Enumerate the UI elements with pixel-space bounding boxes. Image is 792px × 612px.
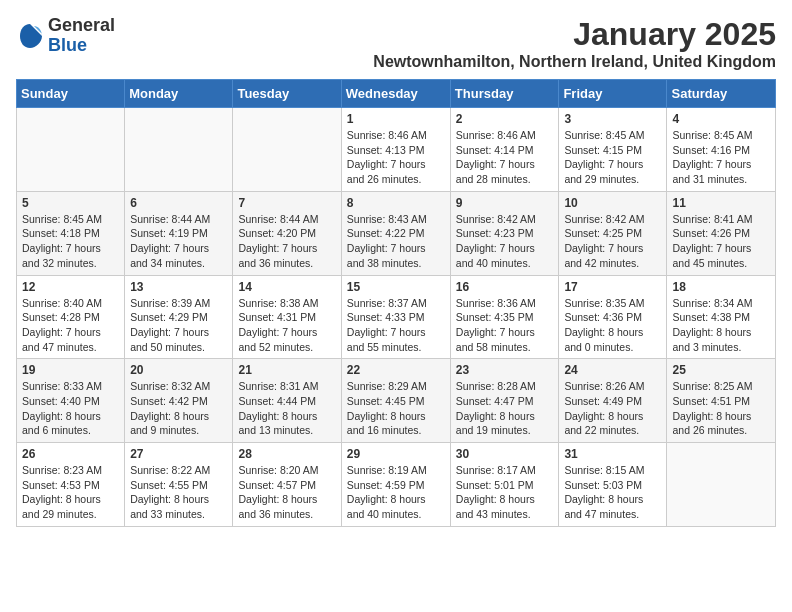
day-number: 13 <box>130 280 227 294</box>
calendar-cell <box>125 108 233 192</box>
day-number: 25 <box>672 363 770 377</box>
calendar-cell: 9Sunrise: 8:42 AM Sunset: 4:23 PM Daylig… <box>450 191 559 275</box>
calendar-header-sunday: Sunday <box>17 80 125 108</box>
day-number: 8 <box>347 196 445 210</box>
day-number: 2 <box>456 112 554 126</box>
day-info: Sunrise: 8:43 AM Sunset: 4:22 PM Dayligh… <box>347 212 445 271</box>
day-info: Sunrise: 8:40 AM Sunset: 4:28 PM Dayligh… <box>22 296 119 355</box>
calendar-week-row: 19Sunrise: 8:33 AM Sunset: 4:40 PM Dayli… <box>17 359 776 443</box>
day-info: Sunrise: 8:22 AM Sunset: 4:55 PM Dayligh… <box>130 463 227 522</box>
day-info: Sunrise: 8:46 AM Sunset: 4:14 PM Dayligh… <box>456 128 554 187</box>
day-info: Sunrise: 8:45 AM Sunset: 4:18 PM Dayligh… <box>22 212 119 271</box>
day-number: 31 <box>564 447 661 461</box>
day-number: 29 <box>347 447 445 461</box>
calendar-cell: 5Sunrise: 8:45 AM Sunset: 4:18 PM Daylig… <box>17 191 125 275</box>
page-header: General Blue January 2025 Newtownhamilto… <box>16 16 776 71</box>
day-number: 21 <box>238 363 335 377</box>
day-info: Sunrise: 8:25 AM Sunset: 4:51 PM Dayligh… <box>672 379 770 438</box>
calendar-cell: 8Sunrise: 8:43 AM Sunset: 4:22 PM Daylig… <box>341 191 450 275</box>
day-number: 15 <box>347 280 445 294</box>
calendar-week-row: 12Sunrise: 8:40 AM Sunset: 4:28 PM Dayli… <box>17 275 776 359</box>
calendar-cell: 17Sunrise: 8:35 AM Sunset: 4:36 PM Dayli… <box>559 275 667 359</box>
day-info: Sunrise: 8:44 AM Sunset: 4:20 PM Dayligh… <box>238 212 335 271</box>
day-number: 3 <box>564 112 661 126</box>
day-info: Sunrise: 8:45 AM Sunset: 4:15 PM Dayligh… <box>564 128 661 187</box>
calendar-cell: 3Sunrise: 8:45 AM Sunset: 4:15 PM Daylig… <box>559 108 667 192</box>
day-number: 1 <box>347 112 445 126</box>
calendar-week-row: 26Sunrise: 8:23 AM Sunset: 4:53 PM Dayli… <box>17 443 776 527</box>
day-number: 23 <box>456 363 554 377</box>
location-title: Newtownhamilton, Northern Ireland, Unite… <box>373 53 776 71</box>
day-number: 6 <box>130 196 227 210</box>
day-info: Sunrise: 8:15 AM Sunset: 5:03 PM Dayligh… <box>564 463 661 522</box>
day-info: Sunrise: 8:31 AM Sunset: 4:44 PM Dayligh… <box>238 379 335 438</box>
day-info: Sunrise: 8:28 AM Sunset: 4:47 PM Dayligh… <box>456 379 554 438</box>
day-info: Sunrise: 8:37 AM Sunset: 4:33 PM Dayligh… <box>347 296 445 355</box>
day-number: 14 <box>238 280 335 294</box>
day-number: 5 <box>22 196 119 210</box>
day-info: Sunrise: 8:46 AM Sunset: 4:13 PM Dayligh… <box>347 128 445 187</box>
day-info: Sunrise: 8:19 AM Sunset: 4:59 PM Dayligh… <box>347 463 445 522</box>
day-number: 26 <box>22 447 119 461</box>
calendar-header-wednesday: Wednesday <box>341 80 450 108</box>
calendar-cell <box>233 108 341 192</box>
logo-icon <box>16 22 44 50</box>
logo-blue: Blue <box>48 35 87 55</box>
calendar-table: SundayMondayTuesdayWednesdayThursdayFrid… <box>16 79 776 527</box>
day-info: Sunrise: 8:42 AM Sunset: 4:25 PM Dayligh… <box>564 212 661 271</box>
day-info: Sunrise: 8:17 AM Sunset: 5:01 PM Dayligh… <box>456 463 554 522</box>
calendar-cell: 26Sunrise: 8:23 AM Sunset: 4:53 PM Dayli… <box>17 443 125 527</box>
calendar-cell: 11Sunrise: 8:41 AM Sunset: 4:26 PM Dayli… <box>667 191 776 275</box>
day-info: Sunrise: 8:34 AM Sunset: 4:38 PM Dayligh… <box>672 296 770 355</box>
day-number: 10 <box>564 196 661 210</box>
day-info: Sunrise: 8:42 AM Sunset: 4:23 PM Dayligh… <box>456 212 554 271</box>
calendar-cell: 19Sunrise: 8:33 AM Sunset: 4:40 PM Dayli… <box>17 359 125 443</box>
day-number: 4 <box>672 112 770 126</box>
calendar-cell: 2Sunrise: 8:46 AM Sunset: 4:14 PM Daylig… <box>450 108 559 192</box>
calendar-cell: 1Sunrise: 8:46 AM Sunset: 4:13 PM Daylig… <box>341 108 450 192</box>
day-info: Sunrise: 8:38 AM Sunset: 4:31 PM Dayligh… <box>238 296 335 355</box>
logo: General Blue <box>16 16 115 56</box>
calendar-cell: 27Sunrise: 8:22 AM Sunset: 4:55 PM Dayli… <box>125 443 233 527</box>
title-block: January 2025 Newtownhamilton, Northern I… <box>373 16 776 71</box>
calendar-cell: 14Sunrise: 8:38 AM Sunset: 4:31 PM Dayli… <box>233 275 341 359</box>
calendar-cell: 15Sunrise: 8:37 AM Sunset: 4:33 PM Dayli… <box>341 275 450 359</box>
day-info: Sunrise: 8:41 AM Sunset: 4:26 PM Dayligh… <box>672 212 770 271</box>
calendar-cell: 20Sunrise: 8:32 AM Sunset: 4:42 PM Dayli… <box>125 359 233 443</box>
day-number: 24 <box>564 363 661 377</box>
calendar-week-row: 1Sunrise: 8:46 AM Sunset: 4:13 PM Daylig… <box>17 108 776 192</box>
calendar-cell: 16Sunrise: 8:36 AM Sunset: 4:35 PM Dayli… <box>450 275 559 359</box>
calendar-header-tuesday: Tuesday <box>233 80 341 108</box>
calendar-cell: 18Sunrise: 8:34 AM Sunset: 4:38 PM Dayli… <box>667 275 776 359</box>
day-info: Sunrise: 8:29 AM Sunset: 4:45 PM Dayligh… <box>347 379 445 438</box>
day-number: 17 <box>564 280 661 294</box>
calendar-cell <box>17 108 125 192</box>
calendar-header-saturday: Saturday <box>667 80 776 108</box>
calendar-cell: 29Sunrise: 8:19 AM Sunset: 4:59 PM Dayli… <box>341 443 450 527</box>
calendar-cell: 31Sunrise: 8:15 AM Sunset: 5:03 PM Dayli… <box>559 443 667 527</box>
calendar-week-row: 5Sunrise: 8:45 AM Sunset: 4:18 PM Daylig… <box>17 191 776 275</box>
calendar-header-row: SundayMondayTuesdayWednesdayThursdayFrid… <box>17 80 776 108</box>
calendar-cell: 30Sunrise: 8:17 AM Sunset: 5:01 PM Dayli… <box>450 443 559 527</box>
calendar-cell: 10Sunrise: 8:42 AM Sunset: 4:25 PM Dayli… <box>559 191 667 275</box>
day-number: 16 <box>456 280 554 294</box>
day-number: 19 <box>22 363 119 377</box>
calendar-cell: 22Sunrise: 8:29 AM Sunset: 4:45 PM Dayli… <box>341 359 450 443</box>
day-info: Sunrise: 8:20 AM Sunset: 4:57 PM Dayligh… <box>238 463 335 522</box>
day-number: 9 <box>456 196 554 210</box>
day-info: Sunrise: 8:36 AM Sunset: 4:35 PM Dayligh… <box>456 296 554 355</box>
calendar-cell: 21Sunrise: 8:31 AM Sunset: 4:44 PM Dayli… <box>233 359 341 443</box>
day-info: Sunrise: 8:32 AM Sunset: 4:42 PM Dayligh… <box>130 379 227 438</box>
calendar-cell: 13Sunrise: 8:39 AM Sunset: 4:29 PM Dayli… <box>125 275 233 359</box>
calendar-header-thursday: Thursday <box>450 80 559 108</box>
calendar-header-friday: Friday <box>559 80 667 108</box>
calendar-cell: 23Sunrise: 8:28 AM Sunset: 4:47 PM Dayli… <box>450 359 559 443</box>
calendar-cell: 6Sunrise: 8:44 AM Sunset: 4:19 PM Daylig… <box>125 191 233 275</box>
day-number: 20 <box>130 363 227 377</box>
calendar-cell: 7Sunrise: 8:44 AM Sunset: 4:20 PM Daylig… <box>233 191 341 275</box>
day-number: 22 <box>347 363 445 377</box>
day-info: Sunrise: 8:33 AM Sunset: 4:40 PM Dayligh… <box>22 379 119 438</box>
calendar-header-monday: Monday <box>125 80 233 108</box>
day-number: 30 <box>456 447 554 461</box>
calendar-cell <box>667 443 776 527</box>
